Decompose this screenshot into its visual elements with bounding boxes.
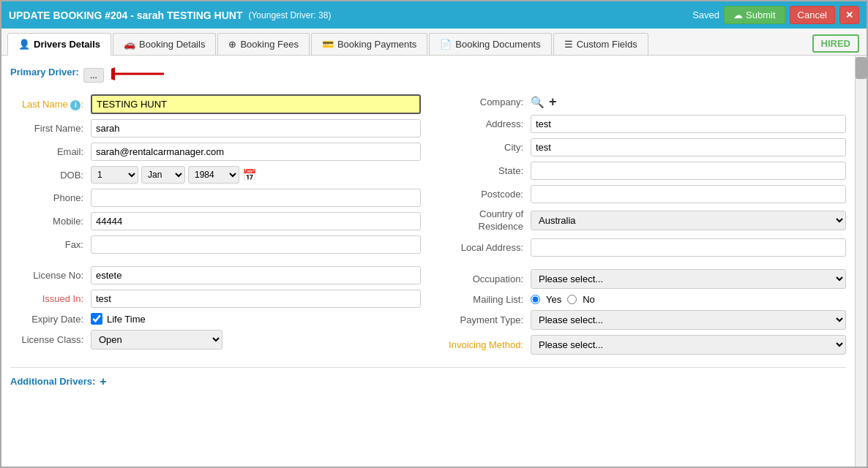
tab-booking-icon: 🚗 (124, 39, 135, 50)
scrollbar[interactable] (855, 56, 867, 467)
email-input[interactable] (91, 143, 421, 161)
last-name-info-icon[interactable]: i (70, 100, 81, 110)
dob-year-select[interactable]: 19841985 (188, 166, 239, 184)
calendar-icon[interactable]: 📅 (242, 168, 257, 182)
state-input[interactable] (531, 162, 846, 180)
tab-payments[interactable]: 💳 Booking Payments (311, 33, 427, 55)
last-name-label: Last Name i: (10, 99, 91, 110)
main-window: UPDATE BOOKING #204 - sarah TESTING HUNT… (0, 0, 868, 468)
main-content: Primary Driver: ... (1, 56, 855, 467)
address-row: Address: (435, 115, 846, 133)
window-title: UPDATE BOOKING #204 - sarah TESTING HUNT (9, 10, 242, 21)
submit-button[interactable]: ☁ Submit (724, 6, 785, 24)
tab-drivers-label: Drivers Details (34, 39, 100, 50)
company-search-icon[interactable]: 🔍 (531, 96, 545, 109)
first-name-input[interactable] (91, 119, 421, 137)
invoicing-method-label: Invoicing Method: (435, 339, 531, 350)
dob-label: DOB: (10, 170, 91, 181)
dob-month-select[interactable]: JanFebMar (141, 166, 185, 184)
address-input[interactable] (531, 115, 846, 133)
postcode-row: Postcode: (435, 185, 846, 203)
tab-booking[interactable]: 🚗 Booking Details (113, 33, 216, 55)
license-class-row: License Class: Open (10, 330, 421, 350)
license-no-row: License No: (10, 266, 421, 284)
occupation-select[interactable]: Please select... (531, 269, 846, 289)
mailing-list-label: Mailing List: (435, 294, 531, 305)
tab-documents-label: Booking Documents (455, 39, 540, 50)
license-no-input[interactable] (91, 266, 421, 284)
additional-drivers-header: Additional Drivers: + (10, 375, 846, 388)
city-label: City: (435, 142, 531, 153)
occupation-row: Occupation: Please select... (435, 269, 846, 289)
title-bar: UPDATE BOOKING #204 - sarah TESTING HUNT… (1, 1, 867, 29)
tab-payments-label: Booking Payments (337, 39, 416, 50)
company-row: Company: 🔍 + (435, 94, 846, 110)
payment-type-row: Payment Type: Please select... (435, 310, 846, 330)
hired-badge: HIRED (812, 34, 859, 53)
form-left: Last Name i: First Name: Email: (10, 94, 421, 360)
saved-indicator: Saved (692, 10, 719, 20)
window-subtitle: (Youngest Driver: 38) (248, 10, 331, 20)
local-address-input[interactable] (531, 238, 846, 257)
tab-custom-label: Custom Fields (577, 39, 637, 50)
last-name-input[interactable] (91, 94, 421, 114)
mailing-yes-radio[interactable] (531, 295, 540, 304)
dob-day-select[interactable]: 123 (91, 166, 138, 184)
tab-drivers[interactable]: 👤 Drivers Details (7, 33, 111, 56)
occupation-label: Occupation: (435, 273, 531, 284)
invoicing-method-select[interactable]: Please select... (531, 335, 846, 355)
section-divider (10, 367, 846, 368)
license-no-label: License No: (10, 270, 91, 281)
tab-fees-icon: ⊕ (228, 39, 236, 50)
lifetime-checkbox[interactable] (91, 313, 102, 325)
payment-type-select[interactable]: Please select... (531, 310, 846, 330)
first-name-label: First Name: (10, 123, 91, 134)
issued-in-input[interactable] (91, 290, 421, 308)
last-name-row: Last Name i: (10, 94, 421, 114)
first-name-row: First Name: (10, 119, 421, 137)
mailing-no-radio[interactable] (567, 295, 577, 304)
city-row: City: (435, 138, 846, 156)
issued-in-row: Issued In: (10, 290, 421, 308)
city-input[interactable] (531, 138, 846, 156)
company-add-icon[interactable]: + (549, 94, 557, 110)
country-row: Country ofResidence Australia (435, 208, 846, 233)
email-label: Email: (10, 146, 91, 157)
scrollbar-thumb[interactable] (856, 57, 867, 79)
invoicing-method-row: Invoicing Method: Please select... (435, 335, 846, 355)
tab-documents[interactable]: 📄 Booking Documents (429, 33, 551, 55)
tab-fees-label: Booking Fees (240, 39, 299, 50)
license-class-select[interactable]: Open (91, 330, 222, 350)
form-right: Company: 🔍 + Address: City: (435, 94, 846, 360)
arrow-indicator (111, 63, 170, 87)
tab-custom-icon: ☰ (564, 39, 573, 50)
issued-in-label: Issued In: (10, 293, 91, 304)
postcode-label: Postcode: (435, 189, 531, 200)
lifetime-label: Life Time (107, 314, 146, 325)
tab-fees[interactable]: ⊕ Booking Fees (217, 33, 310, 55)
email-row: Email: (10, 143, 421, 161)
add-additional-driver-button[interactable]: + (100, 375, 106, 388)
tabs-bar: 👤 Drivers Details 🚗 Booking Details ⊕ Bo… (1, 29, 867, 56)
tab-custom[interactable]: ☰ Custom Fields (553, 33, 648, 55)
fax-input[interactable] (91, 235, 421, 254)
primary-driver-ellipsis[interactable]: ... (83, 68, 104, 83)
license-class-label: License Class: (10, 334, 91, 345)
payment-type-label: Payment Type: (435, 314, 531, 325)
cancel-button[interactable]: Cancel (790, 6, 835, 24)
country-select[interactable]: Australia (531, 211, 846, 230)
phone-input[interactable] (91, 189, 421, 207)
mailing-no-label: No (583, 294, 595, 305)
expiry-date-label: Expiry Date: (10, 314, 91, 325)
close-button[interactable]: ✕ (839, 6, 859, 24)
tab-booking-label: Booking Details (139, 39, 205, 50)
company-label: Company: (435, 97, 531, 107)
mailing-list-row: Mailing List: Yes No (435, 294, 846, 305)
phone-row: Phone: (10, 189, 421, 207)
country-label: Country ofResidence (435, 208, 531, 233)
local-address-label: Local Address: (435, 242, 531, 253)
state-label: State: (435, 165, 531, 176)
mobile-input[interactable] (91, 212, 421, 230)
primary-driver-label: Primary Driver: (10, 67, 79, 78)
postcode-input[interactable] (531, 185, 846, 203)
